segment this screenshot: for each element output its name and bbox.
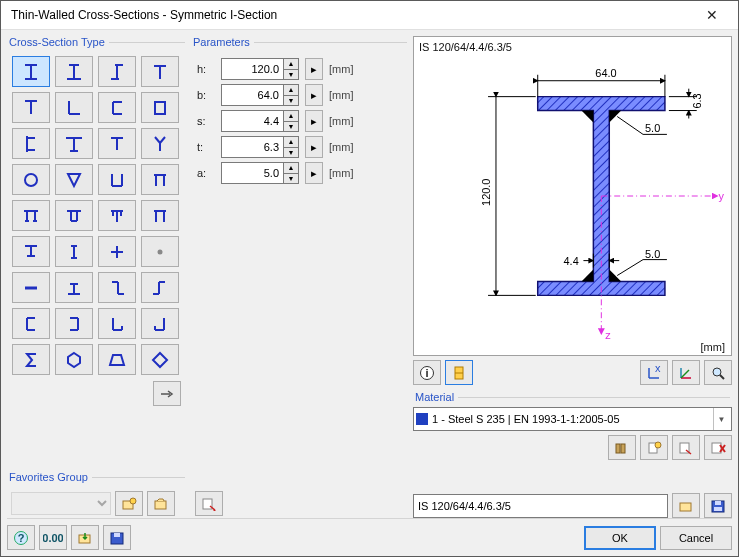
type-l-mirror[interactable] — [141, 272, 179, 303]
type-u-section[interactable] — [98, 164, 136, 195]
type-t-bottom[interactable] — [12, 236, 50, 267]
param-input-a[interactable] — [221, 162, 283, 184]
param-step-btn[interactable]: ▸ — [305, 110, 323, 132]
ok-button[interactable]: OK — [584, 526, 656, 550]
svg-marker-96 — [581, 270, 593, 282]
info-btn[interactable]: i — [413, 360, 441, 385]
type-c-section[interactable] — [12, 128, 50, 159]
group-favorites: Favorites Group — [7, 471, 187, 485]
param-unit: [mm] — [329, 141, 353, 153]
type-i-symmetric[interactable] — [12, 56, 50, 87]
type-angle[interactable] — [55, 92, 93, 123]
type-triangle[interactable] — [55, 164, 93, 195]
svg-point-30 — [25, 174, 37, 186]
cs-save-btn[interactable] — [704, 493, 732, 518]
type-pi-mid[interactable] — [98, 200, 136, 231]
type-channel[interactable] — [98, 92, 136, 123]
help-btn[interactable]: ? — [7, 525, 35, 550]
type-i-section[interactable] — [55, 56, 93, 87]
type-hexagon[interactable] — [55, 344, 93, 375]
svg-rect-138 — [714, 507, 722, 511]
type-l-rev[interactable] — [141, 308, 179, 339]
type-tee-top[interactable] — [98, 128, 136, 159]
spin-up[interactable]: ▲ — [283, 84, 299, 96]
type-trapezoid[interactable] — [98, 344, 136, 375]
params-extra-btn[interactable] — [195, 491, 223, 516]
cross-section-name-input[interactable] — [413, 494, 668, 518]
type-pi-section[interactable] — [141, 164, 179, 195]
type-plus[interactable] — [98, 236, 136, 267]
material-select[interactable]: 1 - Steel S 235 | EN 1993-1-1:2005-05 ▼ — [413, 407, 732, 431]
group-parameters: Parameters — [191, 36, 409, 50]
type-dot[interactable] — [141, 236, 179, 267]
param-input-b[interactable] — [221, 84, 283, 106]
svg-rect-127 — [616, 444, 620, 453]
svg-rect-91 — [203, 499, 212, 509]
spin-down[interactable]: ▼ — [283, 70, 299, 81]
type-pi-right[interactable] — [141, 200, 179, 231]
dim-a2: 5.0 — [645, 248, 660, 260]
type-c-mirror[interactable] — [55, 308, 93, 339]
local-axis-btn[interactable] — [672, 360, 700, 385]
cancel-button[interactable]: Cancel — [660, 526, 732, 550]
type-i-short[interactable] — [55, 272, 93, 303]
cs-pick-btn[interactable] — [672, 493, 700, 518]
type-minus[interactable] — [12, 272, 50, 303]
param-step-btn[interactable]: ▸ — [305, 136, 323, 158]
close-button[interactable]: ✕ — [692, 4, 732, 26]
type-sigma[interactable] — [12, 344, 50, 375]
type-y-section[interactable] — [141, 128, 179, 159]
param-step-btn[interactable]: ▸ — [305, 84, 323, 106]
favorites-open-btn[interactable] — [147, 491, 175, 516]
type-circle[interactable] — [12, 164, 50, 195]
type-tee-wide[interactable] — [55, 128, 93, 159]
type-tee[interactable] — [141, 56, 179, 87]
type-i-half[interactable] — [98, 56, 136, 87]
mat-lib-btn[interactable] — [608, 435, 636, 460]
import-btn[interactable] — [71, 525, 99, 550]
spin-up[interactable]: ▲ — [283, 110, 299, 122]
svg-line-28 — [160, 137, 165, 143]
mat-del-btn[interactable] — [704, 435, 732, 460]
param-input-t[interactable] — [221, 136, 283, 158]
type-z-section[interactable] — [98, 272, 136, 303]
spin-up[interactable]: ▲ — [283, 136, 299, 148]
spin-up[interactable]: ▲ — [283, 58, 299, 70]
axis-btn[interactable]: x — [640, 360, 668, 385]
group-label: Cross-Section Type — [9, 36, 105, 48]
type-rect-tube[interactable] — [141, 92, 179, 123]
stress-btn[interactable] — [445, 360, 473, 385]
favorites-add-btn[interactable] — [115, 491, 143, 516]
type-tee-inv[interactable] — [12, 92, 50, 123]
spin-down[interactable]: ▼ — [283, 174, 299, 185]
param-input-s[interactable] — [221, 110, 283, 132]
dropdown-icon[interactable]: ▼ — [713, 408, 729, 430]
param-step-btn[interactable]: ▸ — [305, 162, 323, 184]
type-l-section[interactable] — [98, 308, 136, 339]
type-diamond[interactable] — [141, 344, 179, 375]
favorites-select[interactable] — [11, 492, 111, 515]
dim-h: 120.0 — [480, 179, 492, 206]
export-btn[interactable] — [103, 525, 131, 550]
type-i-narrow[interactable] — [55, 236, 93, 267]
svg-text:x: x — [655, 365, 661, 374]
type-pi-closed[interactable] — [55, 200, 93, 231]
preview-unit: [mm] — [701, 341, 725, 353]
dim-a1: 5.0 — [645, 122, 660, 134]
preview-designation: IS 120/64/4.4/6.3/5 — [419, 41, 512, 53]
param-label-b: b: — [197, 89, 215, 101]
type-pi-top[interactable] — [12, 200, 50, 231]
spin-down[interactable]: ▼ — [283, 96, 299, 107]
zoom-btn[interactable] — [704, 360, 732, 385]
units-btn[interactable]: 0.00 — [39, 525, 67, 550]
param-step-btn[interactable]: ▸ — [305, 58, 323, 80]
param-input-h[interactable] — [221, 58, 283, 80]
type-c-open[interactable] — [12, 308, 50, 339]
mat-new-btn[interactable] — [640, 435, 668, 460]
type-more-btn[interactable] — [153, 381, 181, 406]
titlebar: Thin-Walled Cross-Sections - Symmetric I… — [1, 1, 738, 29]
spin-up[interactable]: ▲ — [283, 162, 299, 174]
mat-edit-btn[interactable] — [672, 435, 700, 460]
spin-down[interactable]: ▼ — [283, 148, 299, 159]
spin-down[interactable]: ▼ — [283, 122, 299, 133]
